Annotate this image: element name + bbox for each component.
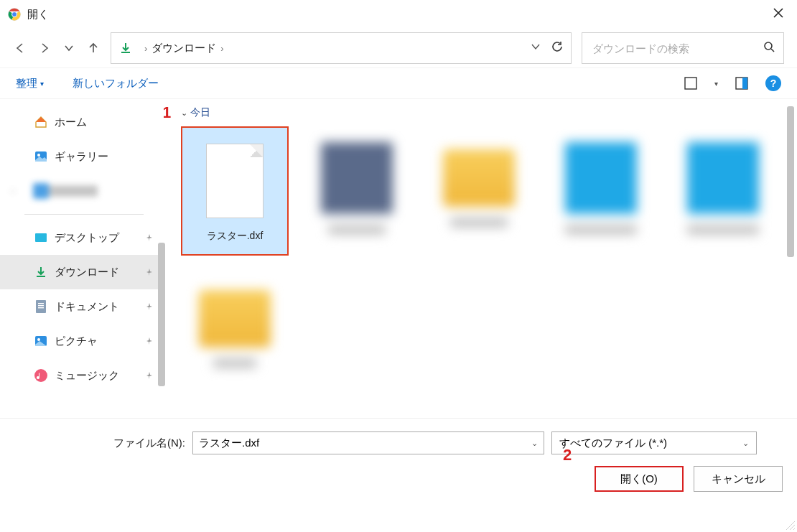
music-icon	[33, 368, 49, 383]
chrome-icon	[7, 7, 22, 22]
dropdown-icon[interactable]	[531, 42, 541, 55]
pin-icon	[145, 232, 154, 244]
sidebar-item-gallery[interactable]: ギャラリー	[0, 139, 164, 174]
file-name: ラスター.dxf	[207, 230, 264, 243]
pictures-icon	[33, 333, 49, 349]
svg-rect-13	[38, 307, 44, 308]
pin-icon	[145, 370, 154, 382]
file-item[interactable]	[425, 126, 533, 256]
divider	[24, 214, 144, 215]
sidebar-item-downloads[interactable]: ダウンロード	[0, 255, 164, 289]
address-bar[interactable]: › ダウンロード ›	[111, 32, 572, 64]
main-area: ホーム ギャラリー › デスクトップ ダウンロード	[0, 99, 797, 418]
sidebar-item-desktop[interactable]: デスクトップ	[0, 220, 164, 255]
cancel-button[interactable]: キャンセル	[694, 466, 783, 492]
annotation-1: 1	[164, 103, 171, 122]
chevron-down-icon: ▾	[40, 80, 44, 88]
filename-input[interactable]: ラスター.dxf ⌄	[192, 431, 544, 454]
toolbar: 整理▾ 新しいフォルダー ▾ ?	[0, 67, 797, 99]
file-list: 1 ⌄今日 ラスター.dxf	[164, 99, 797, 418]
svg-rect-9	[35, 233, 47, 242]
window-title: 開く	[27, 8, 49, 22]
home-icon	[33, 114, 49, 130]
back-button[interactable]	[13, 41, 27, 55]
sidebar-item-pictures[interactable]: ピクチャ	[0, 324, 164, 358]
chevron-down-icon[interactable]: ⌄	[742, 439, 749, 448]
filename-value: ラスター.dxf	[199, 437, 259, 450]
filetype-select[interactable]: すべてのファイル (*.*) ⌄	[551, 431, 757, 454]
sidebar-item-home[interactable]: ホーム	[0, 105, 164, 139]
open-button[interactable]: 開く(O)	[595, 466, 684, 492]
chevron-down-icon[interactable]: ⌄	[531, 439, 538, 448]
resize-grip[interactable]	[786, 521, 796, 531]
refresh-button[interactable]	[551, 40, 564, 56]
chevron-down-icon: ⌄	[181, 108, 187, 118]
view-mode-button[interactable]	[684, 77, 697, 90]
pin-icon	[145, 301, 154, 313]
chevron-right-icon: ›	[11, 186, 14, 196]
scrollbar-thumb[interactable]	[787, 106, 794, 257]
filetype-value: すべてのファイル (*.*)	[559, 437, 667, 450]
sidebar-item-cloud[interactable]: ›	[0, 174, 164, 208]
help-button[interactable]: ?	[765, 75, 781, 91]
preview-pane-button[interactable]	[735, 77, 748, 90]
group-header[interactable]: ⌄今日	[181, 99, 787, 119]
file-item[interactable]	[547, 126, 655, 256]
forward-button[interactable]	[37, 41, 52, 55]
search-box[interactable]	[582, 32, 784, 64]
close-button[interactable]	[773, 7, 784, 22]
annotation-2: 2	[563, 446, 572, 465]
pin-icon	[145, 335, 154, 347]
file-item[interactable]	[303, 126, 411, 256]
sidebar-item-music[interactable]: ミュージック	[0, 358, 164, 393]
search-input[interactable]	[591, 42, 758, 55]
gallery-icon	[33, 149, 49, 164]
sidebar: ホーム ギャラリー › デスクトップ ダウンロード	[0, 99, 164, 418]
file-icon	[206, 144, 264, 218]
nav-row: › ダウンロード ›	[0, 29, 797, 67]
svg-point-15	[37, 338, 40, 341]
svg-rect-12	[38, 305, 44, 306]
file-item[interactable]	[669, 126, 777, 256]
download-arrow-icon	[33, 264, 49, 280]
up-button[interactable]	[86, 41, 101, 55]
bottom-panel: ファイル名(N): ラスター.dxf ⌄ すべてのファイル (*.*) ⌄ 2 …	[0, 418, 797, 500]
search-icon	[763, 41, 775, 55]
filename-label: ファイル名(N):	[14, 437, 185, 450]
chevron-down-icon[interactable]: ▾	[714, 80, 718, 88]
desktop-icon	[33, 230, 49, 246]
titlebar: 開く	[0, 0, 797, 29]
svg-point-2	[12, 12, 17, 17]
chevron-right-icon: ›	[220, 43, 223, 54]
svg-rect-10	[36, 300, 46, 313]
new-folder-button[interactable]: 新しいフォルダー	[73, 77, 159, 90]
svg-rect-6	[742, 78, 747, 89]
sidebar-item-documents[interactable]: ドキュメント	[0, 289, 164, 324]
chevron-right-icon: ›	[144, 43, 147, 54]
file-item[interactable]	[181, 267, 289, 375]
svg-point-8	[37, 154, 40, 157]
recent-button[interactable]	[62, 41, 76, 55]
svg-point-3	[765, 42, 772, 50]
file-item-selected[interactable]: ラスター.dxf	[181, 126, 289, 256]
svg-point-16	[34, 369, 47, 382]
document-icon	[33, 299, 49, 314]
breadcrumb[interactable]: › ダウンロード ›	[140, 42, 523, 55]
cloud-icon	[33, 183, 49, 199]
breadcrumb-segment[interactable]: ダウンロード	[152, 42, 216, 55]
organize-button[interactable]: 整理▾	[16, 77, 44, 90]
pin-icon	[145, 266, 154, 279]
download-arrow-icon	[118, 41, 133, 55]
svg-rect-11	[38, 303, 44, 304]
svg-rect-4	[685, 78, 696, 89]
